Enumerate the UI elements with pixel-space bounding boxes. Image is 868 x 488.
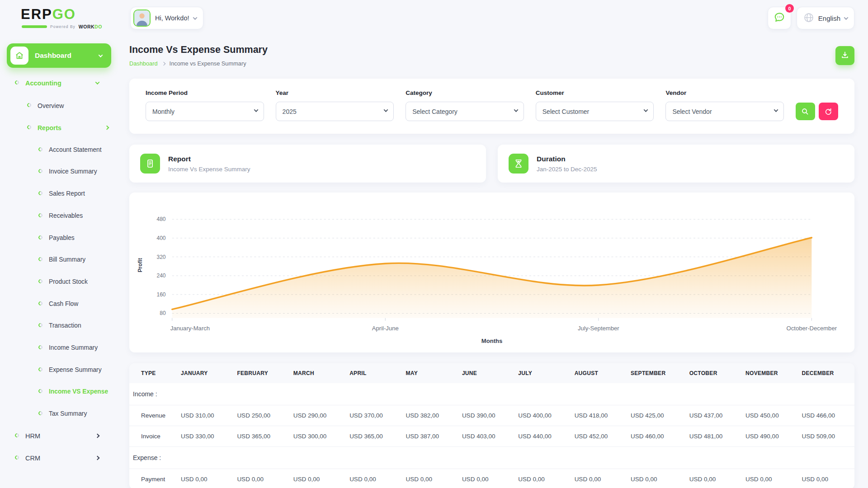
cell-value: USD 0,00 [402,469,458,488]
sidebar-item-label: Accounting [25,79,90,89]
cell-value: USD 0,00 [233,469,289,488]
filter-label: Vendor [665,89,784,96]
x-axis-label: Months [481,338,503,344]
select-wrap: Monthly [146,102,264,121]
chevron-right-icon [95,433,100,438]
sidebar-item-invoice-summary[interactable]: Invoice Summary [0,161,118,183]
sidebar-item-cash-flow[interactable]: Cash Flow [0,293,118,315]
sidebar-item-receivables[interactable]: Receivables [0,205,118,227]
sidebar-item-label: Cash Flow [49,300,108,309]
cell-value: USD 0,00 [571,469,627,488]
menu-bullet-icon [38,190,43,196]
menu-bullet-icon [38,344,43,350]
user-menu-button[interactable]: Hi, Workdo! [130,7,203,29]
sidebar-item-label: Payables [49,234,108,243]
cell-value: USD 290,00 [290,405,346,426]
column-header-june: JUNE [458,363,514,383]
sidebar-item-reports[interactable]: Reports [0,117,118,139]
y-tick-label: 320 [156,254,165,260]
cell-value: USD 0,00 [514,469,571,488]
sidebar-item-dashboard[interactable]: Dashboard [7,43,111,68]
filter-field-category: CategorySelect Category [406,89,524,121]
sidebar-item-crm[interactable]: CRM [0,447,118,470]
sidebar-item-hrm[interactable]: HRM [0,425,118,448]
sidebar-item-income-vs-expense[interactable]: Income VS Expense [0,381,118,403]
cell-value: USD 365,00 [233,426,289,447]
download-icon [840,51,849,61]
chevron-right-icon [161,61,165,65]
menu-bullet-icon [38,235,43,240]
menu-bullet-icon [38,366,43,372]
column-header-february: FEBRUARY [233,363,289,383]
brand-work: WORK [79,24,94,29]
sidebar-item-product-stock[interactable]: Product Stock [0,271,118,293]
sidebar-item-label: Invoice Summary [49,167,108,177]
cell-value: USD 390,00 [458,405,514,426]
notifications-button[interactable]: 0 [768,7,791,29]
globe-icon [803,12,814,24]
y-tick-label: 400 [156,235,165,241]
sidebar-item-label: Sales Report [49,189,108,199]
sidebar-item-account-statement[interactable]: Account Statement [0,139,118,161]
sidebar-item-payables[interactable]: Payables [0,227,118,249]
vendor-select[interactable]: Select Vendor [665,102,784,121]
duration-card-title: Duration [537,155,597,163]
search-button[interactable] [796,103,815,120]
breadcrumb-dashboard-link[interactable]: Dashboard [129,60,158,67]
greeting-label: Hi, Workdo! [155,14,189,22]
menu-bullet-icon [14,455,20,461]
column-header-november: NOVEMBER [742,363,798,383]
cell-value: USD 387,00 [402,426,458,447]
column-header-december: DECEMBER [798,363,854,383]
profit-chart-card: 80160240320400480January-MarchApril-June… [129,192,854,352]
category-select[interactable]: Select Category [406,102,524,121]
summary-cards: Report Income Vs Expense Summary Duratio… [129,145,854,183]
chevron-down-icon [844,15,849,20]
language-selector[interactable]: English [797,7,854,29]
sidebar-item-tax-summary[interactable]: Tax Summary [0,403,118,425]
page-title-block: Income Vs Expense Summary Dashboard Inco… [129,44,268,67]
sidebar-item-overview[interactable]: Overview [0,95,118,117]
menu-bullet-icon [26,102,32,108]
table-row-invoice: InvoiceUSD 330,00USD 365,00USD 300,00USD… [129,426,854,447]
home-icon [10,47,28,65]
sidebar-item-bill-summary[interactable]: Bill Summary [0,249,118,271]
table-body: Income :RevenueUSD 310,00USD 250,00USD 2… [129,383,854,488]
sidebar-item-transaction[interactable]: Transaction [0,315,118,337]
income-period-select[interactable]: Monthly [146,102,264,121]
cell-value: USD 0,00 [686,469,742,488]
sidebar-item-label: Tax Summary [49,409,108,419]
sidebar-item-label: CRM [25,454,90,464]
column-header-may: MAY [402,363,458,383]
menu-bullet-icon [38,410,43,416]
sidebar-item-income-summary[interactable]: Income Summary [0,337,118,359]
cell-value: USD 450,00 [742,405,798,426]
sidebar-item-sales-report[interactable]: Sales Report [0,183,118,205]
sidebar-item-accounting[interactable]: Accounting [0,72,118,95]
sidebar-item-expense-summary[interactable]: Expense Summary [0,359,118,381]
report-card-subtitle: Income Vs Expense Summary [168,166,250,173]
sidebar-item-label: Expense Summary [49,366,108,375]
y-tick-label: 80 [160,310,166,316]
x-tick-label: October-December [787,325,837,332]
income-expense-table-card: TYPEJANUARYFEBRUARYMARCHAPRILMAYJUNEJULY… [129,363,854,488]
report-card: Report Income Vs Expense Summary [129,145,486,183]
menu-bullet-icon [14,432,20,438]
table-head: TYPEJANUARYFEBRUARYMARCHAPRILMAYJUNEJULY… [129,363,854,383]
notification-badge: 0 [785,4,794,13]
filter-field-customer: CustomerSelect Customer [536,89,654,121]
cell-value: USD 0,00 [458,469,514,488]
topbar: Hi, Workdo! 0 English [118,0,868,36]
cell-value: USD 425,00 [627,405,686,426]
logo-bar [22,25,47,28]
reset-button[interactable] [819,103,838,120]
menu-bullet-icon [38,146,43,152]
customer-select[interactable]: Select Customer [536,102,654,121]
filter-bar: Income PeriodMonthlyYear2025CategorySele… [129,79,854,134]
menu-bullet-icon [38,322,43,328]
avatar [133,9,151,27]
cell-value: USD 0,00 [346,469,402,488]
download-button[interactable] [835,46,854,65]
year-select[interactable]: 2025 [276,102,394,121]
cell-value: USD 0,00 [798,469,854,488]
